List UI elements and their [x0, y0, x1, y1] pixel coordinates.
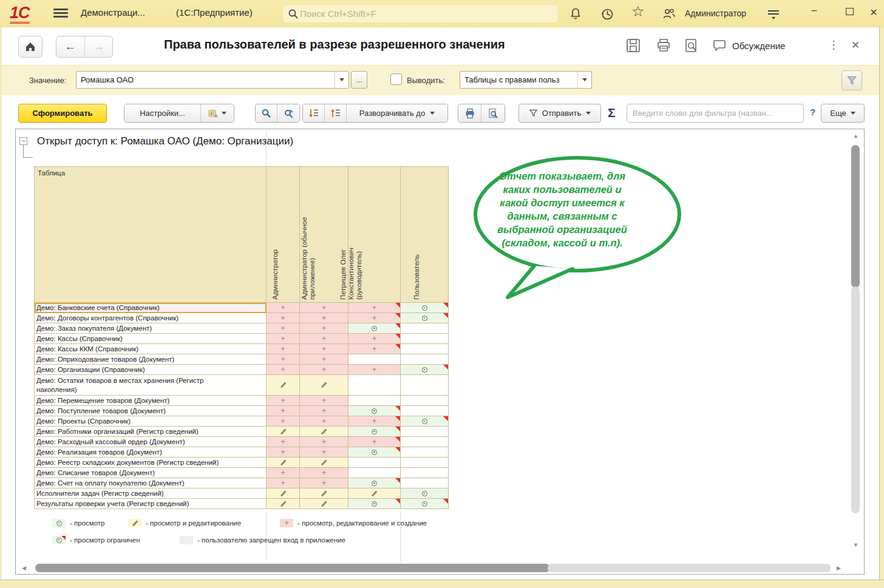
row-label[interactable]: Демо: Заказ покупателя (Документ): [35, 323, 267, 334]
show-checkbox[interactable]: [390, 73, 402, 85]
grid-cell[interactable]: +: [300, 468, 348, 478]
grid-cell[interactable]: [401, 334, 449, 344]
grid-cell[interactable]: [348, 499, 401, 509]
grid-cell[interactable]: +: [267, 447, 300, 458]
find-button[interactable]: [256, 104, 277, 122]
find-next-button[interactable]: [277, 104, 299, 122]
row-label[interactable]: Демо: Расходный кассовый ордер (Документ…: [35, 437, 267, 447]
grid-cell[interactable]: +: [348, 303, 401, 313]
grid-cell[interactable]: [348, 447, 401, 458]
minimize-button[interactable]: –: [807, 5, 821, 16]
grid-cell[interactable]: +: [300, 334, 348, 344]
row-label[interactable]: Демо: Проекты (Справочник): [35, 416, 267, 427]
grid-cell[interactable]: [401, 458, 449, 468]
grid-cell[interactable]: [401, 406, 449, 416]
autosum-button[interactable]: Σ: [608, 106, 616, 120]
grid-cell[interactable]: +: [267, 354, 300, 365]
discussion-label[interactable]: Обсуждение: [732, 41, 785, 51]
back-button[interactable]: ←: [56, 36, 85, 57]
grid-cell[interactable]: +: [348, 416, 401, 427]
scroll-right-arrow[interactable]: ▶: [837, 565, 841, 571]
horizontal-scrollbar-track[interactable]: [548, 564, 831, 572]
grid-cell[interactable]: [401, 416, 449, 427]
grid-cell[interactable]: [401, 427, 449, 437]
grid-cell[interactable]: [401, 499, 449, 509]
print-preview-icon[interactable]: [684, 38, 699, 53]
grid-cell[interactable]: [401, 488, 449, 499]
preview-report-button[interactable]: [481, 104, 505, 122]
grid-cell[interactable]: +: [267, 416, 300, 427]
grid-cell[interactable]: +: [267, 478, 300, 488]
collapse-levels-button[interactable]: [325, 104, 347, 122]
grid-cell[interactable]: +: [267, 344, 300, 354]
grid-cell[interactable]: +: [267, 437, 300, 447]
horizontal-scrollbar-thumb[interactable]: [35, 564, 550, 572]
grid-cell[interactable]: [267, 499, 300, 509]
grid-cell[interactable]: +: [300, 313, 348, 323]
grid-cell[interactable]: [300, 427, 348, 437]
grid-cell[interactable]: +: [267, 406, 300, 416]
grid-cell[interactable]: +: [267, 313, 300, 323]
row-label[interactable]: Демо: Перемещение товаров (Документ): [35, 396, 267, 406]
grid-cell[interactable]: +: [300, 416, 348, 427]
global-search[interactable]: [282, 4, 559, 23]
discussion-icon[interactable]: [712, 38, 727, 53]
grid-cell[interactable]: [348, 406, 401, 416]
home-button[interactable]: [18, 36, 42, 58]
history-icon[interactable]: [600, 7, 614, 21]
grid-cell[interactable]: +: [300, 323, 348, 334]
grid-cell[interactable]: [401, 396, 449, 406]
grid-cell[interactable]: [300, 499, 348, 509]
grid-cell[interactable]: [300, 488, 348, 499]
settings-button[interactable]: Настройки...: [124, 104, 201, 122]
column-header[interactable]: Администратор: [267, 166, 300, 303]
grid-cell[interactable]: [348, 396, 401, 406]
maximize-button[interactable]: [843, 7, 856, 18]
close-window-button[interactable]: ✕: [867, 7, 880, 18]
value-input[interactable]: [76, 75, 335, 84]
filter-settings-button[interactable]: [841, 70, 862, 90]
grid-cell[interactable]: [267, 375, 300, 396]
report-variants-button[interactable]: [201, 104, 234, 122]
send-button[interactable]: Отправить: [518, 104, 601, 123]
vertical-scrollbar-track[interactable]: [851, 286, 860, 513]
grid-cell[interactable]: +: [267, 468, 300, 478]
grid-cell[interactable]: [267, 488, 300, 499]
grid-cell[interactable]: +: [300, 303, 348, 313]
grid-cell[interactable]: [348, 478, 401, 488]
close-form-button[interactable]: ✕: [851, 39, 860, 52]
grid-cell[interactable]: +: [267, 334, 300, 344]
row-label[interactable]: Демо: Остатки товаров в местах хранения …: [35, 375, 267, 396]
row-label[interactable]: Демо: Кассы ККМ (Справочник): [35, 344, 267, 354]
grid-cell[interactable]: [401, 375, 449, 396]
row-label[interactable]: Исполнители задач (Регистр сведений): [35, 488, 267, 499]
grid-cell[interactable]: +: [300, 354, 348, 365]
vertical-scrollbar-thumb[interactable]: [851, 145, 860, 288]
more-actions-icon[interactable]: ⋮: [828, 38, 839, 52]
grid-cell[interactable]: [401, 313, 449, 323]
grid-cell[interactable]: [401, 447, 449, 458]
help-button[interactable]: ?: [810, 107, 815, 117]
row-label[interactable]: Демо: Поступление товаров (Документ): [35, 406, 267, 416]
favorites-star-icon[interactable]: ☆: [631, 4, 646, 18]
grid-cell[interactable]: [401, 365, 449, 375]
row-label[interactable]: Демо: Организации (Справочник): [35, 365, 267, 375]
grid-cell[interactable]: +: [300, 447, 348, 458]
grid-cell[interactable]: [348, 354, 401, 365]
grid-cell[interactable]: [267, 458, 300, 468]
grid-cell[interactable]: [401, 344, 449, 354]
row-label[interactable]: Демо: Банковские счета (Справочник): [35, 303, 267, 313]
generate-button[interactable]: Сформировать: [18, 104, 107, 123]
scroll-down-arrow[interactable]: ▼: [853, 542, 858, 548]
users-icon[interactable]: [662, 7, 676, 21]
grid-cell[interactable]: +: [300, 396, 348, 406]
grid-cell[interactable]: [348, 427, 401, 437]
grid-cell[interactable]: [401, 478, 449, 488]
grid-cell[interactable]: +: [348, 313, 401, 323]
grid-cell[interactable]: [401, 468, 449, 478]
grid-cell[interactable]: [401, 437, 449, 447]
print-report-button[interactable]: [458, 104, 481, 122]
row-label[interactable]: Демо: Счет на оплату покупателю (Докумен…: [35, 478, 267, 488]
show-value[interactable]: Таблицы с правами польз: [460, 75, 577, 84]
scroll-up-arrow[interactable]: ▲: [853, 133, 858, 139]
